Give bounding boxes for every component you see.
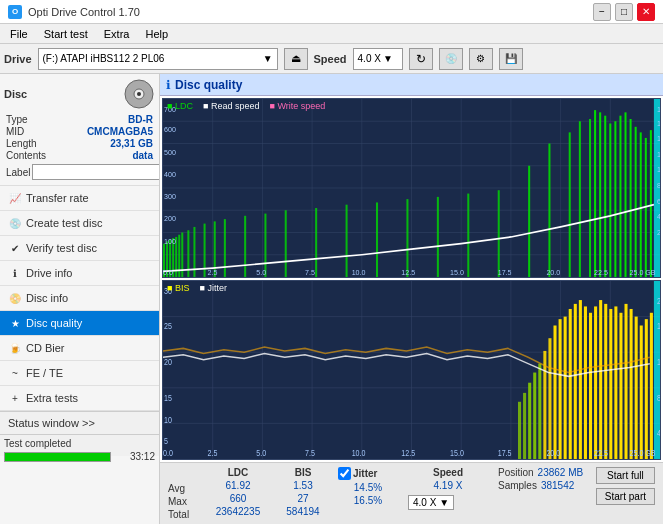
sidebar-item-extra-tests[interactable]: + Extra tests: [0, 386, 159, 411]
samples-val: 381542: [541, 480, 574, 491]
disc-quality-icon: ★: [8, 316, 22, 330]
legend-bis: ■ BIS: [167, 283, 189, 293]
svg-text:12X: 12X: [657, 150, 660, 159]
svg-rect-109: [559, 319, 562, 459]
minimize-button[interactable]: −: [593, 3, 611, 21]
bis-avg: 1.53: [278, 480, 328, 491]
progress-fill: [5, 453, 110, 461]
charts-container: ■ LDC ■ Read speed ■ Write speed: [160, 96, 663, 462]
window-controls: − □ ✕: [593, 3, 655, 21]
menu-extra[interactable]: Extra: [98, 27, 136, 41]
disc-contents-row: Contents data: [4, 150, 155, 161]
svg-text:15.0: 15.0: [450, 449, 464, 459]
close-button[interactable]: ✕: [637, 3, 655, 21]
svg-rect-56: [640, 132, 642, 277]
disc-mid-key: MID: [6, 126, 24, 137]
speed-dropdown[interactable]: 4.0 X ▼: [408, 495, 454, 510]
drive-value: (F:) ATAPI iHBS112 2 PL06: [43, 53, 165, 64]
speed-select[interactable]: 4.0 X ▼: [353, 48, 403, 70]
disc-button[interactable]: 💿: [439, 48, 463, 70]
sidebar-item-disc-quality[interactable]: ★ Disc quality: [0, 311, 159, 336]
svg-rect-50: [609, 123, 611, 277]
ldc-avg: 61.92: [208, 480, 268, 491]
svg-text:100: 100: [164, 236, 176, 245]
position-label: Position: [498, 467, 534, 478]
svg-rect-35: [315, 208, 317, 277]
sidebar-item-create-test-disc[interactable]: 💿 Create test disc: [0, 211, 159, 236]
settings-button[interactable]: ⚙: [469, 48, 493, 70]
sidebar-item-transfer-rate[interactable]: 📈 Transfer rate: [0, 186, 159, 211]
svg-rect-38: [406, 199, 408, 277]
svg-text:2.5: 2.5: [208, 267, 218, 276]
svg-text:12%: 12%: [657, 357, 660, 367]
stats-jitter-col: Jitter 14.5% 16.5%: [338, 467, 398, 520]
svg-text:600: 600: [164, 125, 176, 134]
svg-rect-125: [640, 326, 643, 460]
stats-bar: Avg Max Total LDC 61.92 660 23642235 BIS…: [160, 462, 663, 524]
svg-text:10X: 10X: [657, 165, 660, 174]
refresh-button[interactable]: ↻: [409, 48, 433, 70]
svg-rect-110: [564, 317, 567, 459]
disc-section-label: Disc: [4, 88, 27, 100]
drive-select[interactable]: (F:) ATAPI iHBS112 2 PL06 ▼: [38, 48, 278, 70]
main: Disc Type BD-R MID CMCMAGBA5 Length 23,3…: [0, 74, 663, 524]
maximize-button[interactable]: □: [615, 3, 633, 21]
sidebar-item-status-window[interactable]: Status window >>: [0, 411, 159, 434]
svg-text:4%: 4%: [657, 428, 660, 438]
svg-rect-112: [574, 304, 577, 459]
svg-rect-49: [604, 116, 606, 277]
disc-length-row: Length 23,31 GB: [4, 138, 155, 149]
svg-text:25: 25: [164, 322, 172, 332]
jitter-checkbox[interactable]: [338, 467, 351, 480]
svg-rect-113: [579, 300, 582, 459]
samples-label: Samples: [498, 480, 537, 491]
sidebar-item-drive-info[interactable]: ℹ Drive info: [0, 261, 159, 286]
svg-rect-39: [437, 197, 439, 277]
start-full-button[interactable]: Start full: [596, 467, 655, 484]
svg-rect-127: [650, 313, 653, 459]
bottom-chart-svg: 20% 16% 12% 8% 4% 30 25 20 15 10 5 0.0 2…: [163, 281, 660, 459]
svg-rect-32: [244, 216, 246, 277]
sidebar-item-verify-test-disc[interactable]: ✔ Verify test disc: [0, 236, 159, 261]
speed-label: Speed: [314, 53, 347, 65]
svg-text:25.0 GB: 25.0 GB: [630, 449, 656, 459]
svg-text:15: 15: [164, 393, 172, 403]
start-part-button[interactable]: Start part: [596, 488, 655, 505]
extra-tests-icon: +: [8, 391, 22, 405]
svg-text:22.5: 22.5: [594, 267, 608, 276]
svg-text:12.5: 12.5: [401, 449, 415, 459]
sidebar-item-cd-bier[interactable]: 🍺 CD Bier: [0, 336, 159, 361]
svg-text:7.5: 7.5: [305, 449, 315, 459]
svg-rect-115: [589, 313, 592, 459]
speed-val: 4.19 X: [408, 480, 488, 491]
menu-start-test[interactable]: Start test: [38, 27, 94, 41]
titlebar-left: O Opti Drive Control 1.70: [8, 5, 140, 19]
menu-file[interactable]: File: [4, 27, 34, 41]
disc-label-input[interactable]: [32, 164, 160, 180]
svg-rect-103: [528, 383, 531, 459]
eject-button[interactable]: ⏏: [284, 48, 308, 70]
svg-text:5.0: 5.0: [256, 267, 266, 276]
svg-text:5.0: 5.0: [256, 449, 266, 459]
svg-text:4X: 4X: [657, 212, 660, 221]
bis-header: BIS: [278, 467, 328, 478]
svg-text:0.0: 0.0: [163, 449, 173, 459]
sidebar-item-disc-info[interactable]: 📀 Disc info: [0, 286, 159, 311]
save-button[interactable]: 💾: [499, 48, 523, 70]
bottom-legend: ■ BIS ■ Jitter: [167, 283, 227, 293]
svg-rect-34: [285, 210, 287, 277]
svg-rect-36: [346, 205, 348, 277]
sidebar-item-fe-te[interactable]: ~ FE / TE: [0, 361, 159, 386]
bis-max: 27: [278, 493, 328, 504]
menu-help[interactable]: Help: [139, 27, 174, 41]
svg-rect-41: [498, 190, 500, 277]
svg-rect-101: [518, 402, 521, 459]
stats-row-labels: Avg Max Total: [168, 467, 198, 520]
svg-rect-126: [645, 319, 648, 459]
chart-titlebar: ℹ Disc quality: [160, 74, 663, 96]
create-test-disc-icon: 💿: [8, 216, 22, 230]
speed-value: 4.0 X: [358, 53, 381, 64]
svg-rect-102: [523, 393, 526, 459]
status-text: Test completed: [4, 438, 155, 449]
transfer-rate-icon: 📈: [8, 191, 22, 205]
